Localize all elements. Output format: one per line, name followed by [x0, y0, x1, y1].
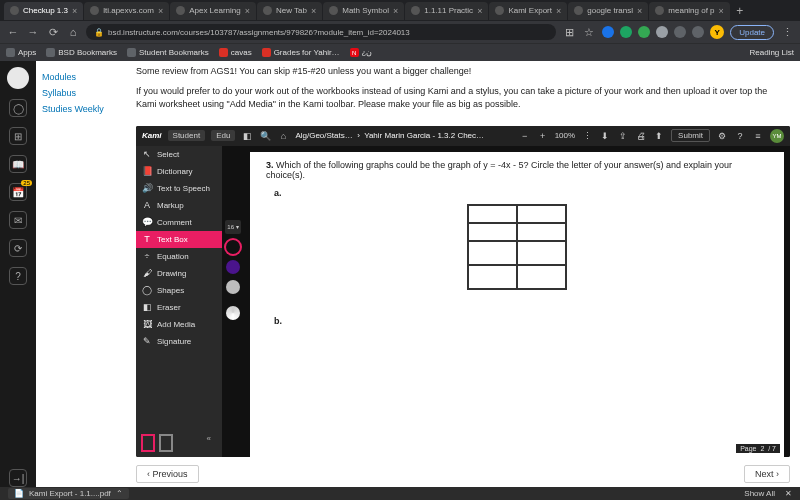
close-icon[interactable]: ×	[556, 6, 561, 16]
translate-icon[interactable]: ⊞	[562, 25, 576, 39]
color-palette-icon[interactable]	[226, 306, 240, 320]
canvas-logo-icon[interactable]	[7, 67, 29, 89]
tool-signature[interactable]: ✎Signature	[136, 333, 222, 350]
breadcrumb[interactable]: Alg/Geo/Stats… › Yahir Marin Garcia - 1.…	[295, 131, 485, 140]
new-tab-button[interactable]: +	[731, 4, 749, 18]
sidebar-toggle-icon[interactable]: ◧	[241, 131, 253, 141]
edu-chip[interactable]: Edu	[211, 130, 235, 141]
close-icon[interactable]: ×	[72, 6, 77, 16]
equation-icon: ÷	[142, 251, 152, 261]
color-swatch-purple[interactable]	[226, 260, 240, 274]
menu-icon[interactable]: ⋮	[581, 131, 593, 141]
browser-tab[interactable]: Apex Learning×	[170, 2, 256, 20]
tool-comment[interactable]: 💬Comment	[136, 214, 222, 231]
browser-tab[interactable]: google transl×	[568, 2, 648, 20]
menu-icon[interactable]: ⋮	[780, 25, 794, 39]
next-button[interactable]: Next ›	[744, 465, 790, 483]
extension-icon[interactable]	[602, 26, 614, 38]
zoom-out-icon[interactable]: −	[519, 131, 531, 141]
browser-tab[interactable]: Kami Export×	[489, 2, 567, 20]
color-swatch-gray[interactable]	[226, 280, 240, 294]
layout-option[interactable]	[141, 434, 155, 452]
reload-icon[interactable]: ⟳	[46, 25, 60, 39]
bookmark-item[interactable]: cavas	[219, 48, 252, 57]
account-icon[interactable]: ◯	[9, 99, 27, 117]
tool-select[interactable]: ↖Select	[136, 146, 222, 163]
nav-modules[interactable]: Modules	[42, 69, 126, 85]
tool-drawing[interactable]: 🖌Drawing	[136, 265, 222, 282]
help-icon[interactable]: ?	[9, 267, 27, 285]
browser-tab[interactable]: New Tab×	[257, 2, 322, 20]
print-icon[interactable]: 🖨	[635, 131, 647, 141]
profile-avatar[interactable]: Y	[710, 25, 724, 39]
tool-shapes[interactable]: ◯Shapes	[136, 282, 222, 299]
previous-button[interactable]: ‹ Previous	[136, 465, 199, 483]
close-icon[interactable]: ×	[719, 6, 724, 16]
bookmark-item[interactable]: Student Bookmarks	[127, 48, 209, 57]
search-icon[interactable]: 🔍	[259, 131, 271, 141]
browser-tab[interactable]: 1.1.11 Practic×	[405, 2, 488, 20]
close-icon[interactable]: ×	[637, 6, 642, 16]
settings-icon[interactable]: ⚙	[716, 131, 728, 141]
star-icon[interactable]: ☆	[582, 25, 596, 39]
dashboard-icon[interactable]: ⊞	[9, 127, 27, 145]
tool-tts[interactable]: 🔊Text to Speech	[136, 180, 222, 197]
calendar-icon[interactable]: 📅	[9, 183, 27, 201]
extension-icon[interactable]	[692, 26, 704, 38]
submit-button[interactable]: Submit	[671, 129, 710, 142]
chevron-up-icon[interactable]: ⌃	[116, 489, 123, 498]
collapse-icon[interactable]: →|	[9, 469, 27, 487]
show-all-button[interactable]: Show All	[744, 489, 775, 498]
home-icon[interactable]: ⌂	[277, 131, 289, 141]
home-icon[interactable]: ⌂	[66, 25, 80, 39]
bookmark-item[interactable]: BSD Bookmarks	[46, 48, 117, 57]
close-icon[interactable]: ×	[158, 6, 163, 16]
download-item[interactable]: 📄 Kami Export - 1.1....pdf ⌃	[8, 488, 129, 499]
tool-equation[interactable]: ÷Equation	[136, 248, 222, 265]
tool-dictionary[interactable]: 📕Dictionary	[136, 163, 222, 180]
extension-icon[interactable]	[620, 26, 632, 38]
more-icon[interactable]: ≡	[752, 131, 764, 141]
close-icon[interactable]: ✕	[785, 489, 792, 498]
color-swatch-black[interactable]	[226, 240, 240, 254]
url-input[interactable]: 🔒 bsd.instructure.com/courses/103787/ass…	[86, 24, 556, 40]
close-icon[interactable]: ×	[245, 6, 250, 16]
close-icon[interactable]: ×	[393, 6, 398, 16]
history-icon[interactable]: ⟳	[9, 239, 27, 257]
help-icon[interactable]: ?	[734, 131, 746, 141]
tool-textbox[interactable]: TText Box	[136, 231, 222, 248]
browser-tab[interactable]: Math Symbol×	[323, 2, 404, 20]
close-icon[interactable]: ×	[477, 6, 482, 16]
kami-document-viewport[interactable]: 3. Which of the following graphs could b…	[244, 146, 790, 458]
user-avatar[interactable]: YM	[770, 129, 784, 143]
apps-button[interactable]: Apps	[6, 48, 36, 57]
collapse-tools-icon[interactable]: «	[201, 434, 217, 452]
tool-markup[interactable]: AMarkup	[136, 197, 222, 214]
layout-option[interactable]	[159, 434, 173, 452]
share-icon[interactable]: ⇪	[617, 131, 629, 141]
inbox-icon[interactable]: ✉	[9, 211, 27, 229]
tool-eraser[interactable]: ◧Eraser	[136, 299, 222, 316]
browser-tab[interactable]: Checkup 1.3×	[4, 2, 83, 20]
bookmark-item[interactable]: N¿ن	[350, 48, 373, 57]
back-icon[interactable]: ←	[6, 25, 20, 39]
reading-list-button[interactable]: Reading List	[747, 48, 794, 57]
extension-icon[interactable]	[656, 26, 668, 38]
download-icon[interactable]: ⬇	[599, 131, 611, 141]
nav-syllabus[interactable]: Syllabus	[42, 85, 126, 101]
close-icon[interactable]: ×	[311, 6, 316, 16]
courses-icon[interactable]: 📖	[9, 155, 27, 173]
browser-tab[interactable]: lti.apexvs.com×	[84, 2, 169, 20]
browser-tab[interactable]: meaning of p×	[649, 2, 730, 20]
upload-icon[interactable]: ⬆	[653, 131, 665, 141]
nav-studies-weekly[interactable]: Studies Weekly	[42, 101, 126, 117]
bookmark-item[interactable]: Grades for Yahir…	[262, 48, 340, 57]
extension-icon[interactable]	[638, 26, 650, 38]
font-size-picker[interactable]: 16 ▾	[225, 220, 241, 234]
update-button[interactable]: Update	[730, 25, 774, 40]
forward-icon[interactable]: →	[26, 25, 40, 39]
student-chip[interactable]: Student	[168, 130, 206, 141]
extension-icon[interactable]	[674, 26, 686, 38]
tool-addmedia[interactable]: 🖼Add Media	[136, 316, 222, 333]
zoom-in-icon[interactable]: +	[537, 131, 549, 141]
